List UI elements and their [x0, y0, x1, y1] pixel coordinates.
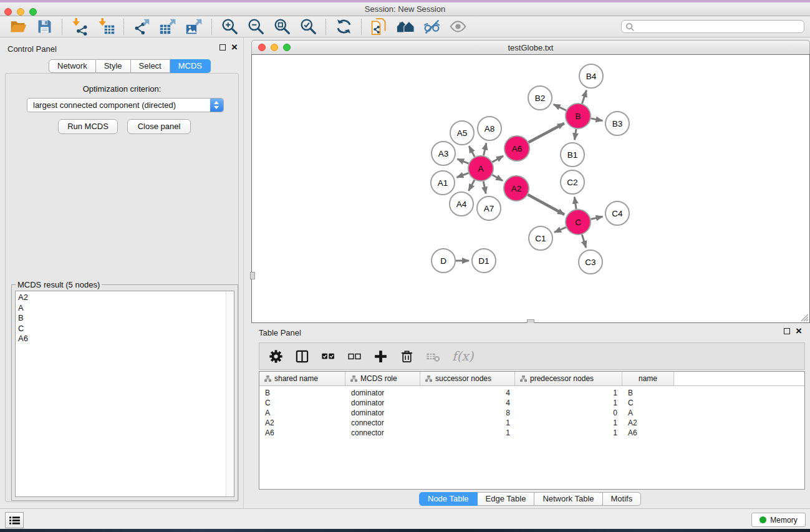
- cell-predecessor-nodes[interactable]: 1: [515, 428, 622, 437]
- add-column-icon[interactable]: [372, 348, 389, 365]
- node-B1[interactable]: B1: [561, 143, 584, 167]
- cell-successor-nodes[interactable]: 4: [420, 389, 515, 397]
- cell-name[interactable]: B: [622, 389, 674, 397]
- tab-motifs[interactable]: Motifs: [603, 492, 642, 506]
- mcds-result-item[interactable]: A: [18, 303, 234, 314]
- node-A3[interactable]: A3: [432, 142, 455, 165]
- cell-shared-name[interactable]: C: [259, 399, 345, 407]
- split-columns-icon[interactable]: [294, 348, 311, 365]
- edge-B-B1[interactable]: [574, 129, 576, 140]
- mcds-result-item[interactable]: B: [18, 313, 234, 324]
- node-A1[interactable]: A1: [431, 171, 455, 195]
- table-row[interactable]: Cdominator41C: [259, 398, 804, 408]
- edge-A-A7[interactable]: [483, 181, 486, 194]
- cell-name[interactable]: C: [622, 399, 674, 407]
- cell-successor-nodes[interactable]: 8: [420, 409, 515, 417]
- network-from-file-icon[interactable]: [369, 17, 390, 36]
- export-image-icon[interactable]: [183, 17, 205, 36]
- cell-shared-name[interactable]: A6: [259, 428, 345, 437]
- cell-mcds-role[interactable]: dominator: [345, 409, 420, 417]
- edge-A-A1[interactable]: [457, 173, 469, 177]
- show-eye-icon[interactable]: [447, 17, 468, 36]
- select-all-icon[interactable]: [320, 348, 337, 365]
- edge-C-C3[interactable]: [582, 235, 586, 248]
- float-panel-icon[interactable]: [219, 44, 226, 51]
- resize-grip-icon[interactable]: [799, 312, 809, 322]
- search-input[interactable]: [637, 21, 801, 32]
- export-network-icon[interactable]: [131, 17, 152, 36]
- cell-predecessor-nodes[interactable]: 1: [515, 399, 622, 407]
- dropdown-stepper[interactable]: [210, 99, 223, 112]
- edge-A-A6[interactable]: [492, 156, 503, 162]
- node-A7[interactable]: A7: [477, 196, 501, 220]
- tab-style[interactable]: Style: [96, 59, 131, 73]
- close-panel-icon[interactable]: ×: [231, 44, 238, 51]
- column-header-shared-name[interactable]: shared name: [259, 372, 345, 385]
- tab-network-table[interactable]: Network Table: [534, 492, 602, 506]
- node-A8[interactable]: A8: [478, 117, 501, 140]
- table-row[interactable]: A2connector11A2: [259, 418, 804, 428]
- tab-select[interactable]: Select: [131, 59, 170, 73]
- cell-shared-name[interactable]: B: [259, 389, 345, 397]
- table-row[interactable]: A6connector11A6: [259, 428, 804, 438]
- node-C4[interactable]: C4: [605, 201, 629, 225]
- close-panel-button[interactable]: Close panel: [127, 119, 191, 134]
- node-B3[interactable]: B3: [605, 112, 629, 135]
- cell-successor-nodes[interactable]: 1: [420, 428, 515, 437]
- cell-predecessor-nodes[interactable]: 0: [515, 409, 622, 417]
- cell-mcds-role[interactable]: connector: [345, 428, 420, 437]
- node-A2[interactable]: A2: [504, 176, 529, 201]
- cell-predecessor-nodes[interactable]: 1: [515, 389, 622, 397]
- cell-successor-nodes[interactable]: 1: [420, 418, 515, 427]
- zoom-out-icon[interactable]: [245, 17, 266, 36]
- result-scrollbar[interactable]: [226, 291, 234, 496]
- zoom-in-icon[interactable]: [219, 17, 240, 36]
- node-D1[interactable]: D1: [472, 249, 496, 273]
- node-C3[interactable]: C3: [579, 250, 602, 274]
- node-A4[interactable]: A4: [450, 192, 473, 216]
- save-session-icon[interactable]: [34, 17, 55, 36]
- gear-icon[interactable]: [268, 348, 284, 365]
- mcds-result-list[interactable]: A2ABCA6: [15, 291, 234, 497]
- edge-C-C2[interactable]: [574, 197, 576, 209]
- tab-mcds[interactable]: MCDS: [170, 59, 211, 73]
- cell-mcds-role[interactable]: dominator: [345, 389, 420, 397]
- edge-A-A5[interactable]: [469, 146, 475, 157]
- node-A6[interactable]: A6: [504, 136, 529, 161]
- cell-successor-nodes[interactable]: 4: [420, 399, 515, 407]
- export-table-icon[interactable]: [157, 17, 178, 36]
- cell-shared-name[interactable]: A2: [259, 418, 345, 427]
- optimization-criterion-dropdown[interactable]: largest connected component (directed): [27, 98, 224, 112]
- function-builder-icon[interactable]: f(x): [451, 349, 473, 364]
- open-session-icon[interactable]: [7, 17, 29, 36]
- node-A[interactable]: A: [468, 156, 493, 181]
- edge-B-B4[interactable]: [582, 90, 587, 104]
- node-C2[interactable]: C2: [561, 170, 584, 194]
- zoom-selected-icon[interactable]: [297, 17, 319, 36]
- cell-shared-name[interactable]: A: [259, 409, 345, 417]
- memory-button[interactable]: Memory: [751, 513, 806, 527]
- node-B2[interactable]: B2: [528, 86, 552, 110]
- tab-network[interactable]: Network: [49, 59, 96, 73]
- node-C1[interactable]: C1: [529, 226, 552, 250]
- close-table-panel-icon[interactable]: ×: [796, 327, 802, 335]
- home-icon[interactable]: [395, 17, 416, 36]
- column-header-successor-nodes[interactable]: successor nodes: [420, 372, 515, 385]
- mcds-result-item[interactable]: A2: [18, 293, 234, 303]
- tab-edge-table[interactable]: Edge Table: [478, 492, 535, 506]
- import-network-icon[interactable]: [69, 17, 90, 36]
- column-header-name[interactable]: name: [622, 372, 674, 385]
- edge-A-A3[interactable]: [457, 159, 468, 163]
- edge-C-C1[interactable]: [554, 227, 566, 232]
- edge-A6-B[interactable]: [529, 123, 564, 143]
- node-D[interactable]: D: [432, 249, 455, 273]
- column-header-predecessor-nodes[interactable]: predecessor nodes: [515, 372, 622, 385]
- edge-C-C4[interactable]: [591, 216, 603, 219]
- cell-name[interactable]: A: [622, 409, 674, 417]
- node-A5[interactable]: A5: [450, 121, 474, 145]
- node-B4[interactable]: B4: [579, 64, 603, 88]
- table-row[interactable]: Bdominator41B: [259, 388, 804, 398]
- hide-panel-icon[interactable]: [421, 17, 442, 36]
- import-table-icon[interactable]: [95, 17, 117, 36]
- show-panels-list-button[interactable]: [5, 512, 24, 528]
